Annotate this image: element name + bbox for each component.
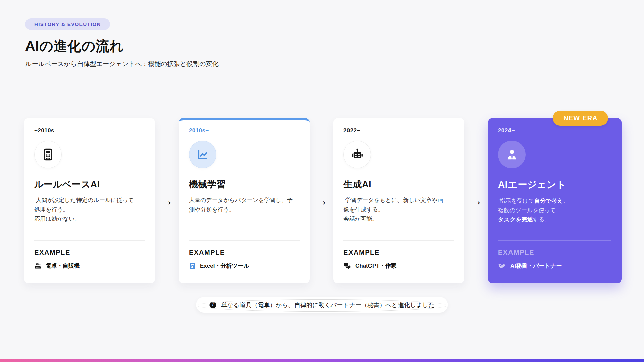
example-row: AI秘書・パートナー — [498, 262, 611, 270]
handshake-icon — [498, 262, 506, 270]
bottom-gradient-bar — [0, 359, 644, 362]
example-text: AI秘書・パートナー — [510, 262, 562, 270]
card-title: 機械学習 — [189, 178, 300, 190]
user-tie-icon — [505, 148, 519, 161]
excel-file-icon — [189, 263, 196, 269]
new-era-badge: NEW ERA — [553, 111, 608, 126]
card-title: AIエージェント — [498, 178, 611, 191]
robot-icon — [350, 147, 364, 162]
footnote-pill: i 単なる道具（電卓）から、自律的に動くパートナー（秘書）へと進化しました — [196, 297, 448, 313]
slide-canvas: HISTORY & EVOLUTION AIの進化の流れ ルールベースから自律型… — [0, 0, 644, 362]
example-text: ChatGPT・作家 — [355, 262, 397, 270]
evolution-timeline: ~2010s ルールベースAI 人間が設定した特定のルールに従って 処理を行う。… — [24, 118, 622, 283]
chart-line-icon — [196, 148, 209, 161]
footnote-text: 単なる道具（電卓）から、自律的に動くパートナー（秘書）へと進化しました — [221, 301, 434, 309]
example-text: 電卓・自販機 — [46, 262, 80, 270]
page-title: AIの進化の流れ — [25, 37, 219, 55]
era-label: ~2010s — [34, 127, 145, 134]
arrow-icon: → — [161, 194, 173, 207]
card-title: ルールベースAI — [34, 178, 145, 190]
chat-bubbles-icon — [343, 262, 351, 270]
example-text: Excel・分析ツール — [200, 262, 249, 270]
card-icon-circle — [343, 141, 371, 168]
divider — [34, 240, 145, 241]
example-row: ChatGPT・作家 — [343, 262, 454, 270]
arrow-icon: → — [470, 194, 483, 207]
card-description: 学習データをもとに、新しい文章や画 像を生成する。 会話が可能。 — [343, 196, 454, 224]
card-generative-ai: 2022~ 生成AI 学習データをもとに、新しい文章や画 像 — [333, 118, 464, 283]
card-icon-circle — [498, 141, 526, 168]
example-heading: EXAMPLE — [498, 249, 611, 256]
card-icon-circle — [189, 141, 216, 168]
card-description: 人間が設定した特定のルールに従って 処理を行う。 応用は効かない。 — [34, 196, 145, 224]
era-label: 2022~ — [343, 127, 454, 134]
example-heading: EXAMPLE — [189, 249, 300, 256]
card-rule-based-ai: ~2010s ルールベースAI 人間が設定した特定のルールに従って 処理を行う。… — [24, 118, 155, 283]
era-label: 2024~ — [498, 127, 611, 134]
card-ai-agent: NEW ERA 2024~ AIエージェント 指示を受けて自分で考え、 複数のツ… — [488, 118, 622, 283]
divider — [343, 240, 454, 241]
card-machine-learning: 2010s~ 機械学習 大量のデータからパターンを学習し、予 測や分類を行う。 … — [179, 118, 310, 283]
example-heading: EXAMPLE — [343, 249, 454, 256]
card-description: 大量のデータからパターンを学習し、予 測や分類を行う。 — [189, 196, 300, 214]
example-heading: EXAMPLE — [34, 249, 145, 256]
era-label: 2010s~ — [189, 127, 300, 134]
card-icon-circle — [34, 141, 62, 168]
card-title: 生成AI — [343, 178, 454, 190]
slide-header: HISTORY & EVOLUTION AIの進化の流れ ルールベースから自律型… — [25, 18, 219, 68]
arrow-icon: → — [315, 194, 328, 207]
example-row: 電卓・自販機 — [34, 262, 145, 270]
section-badge: HISTORY & EVOLUTION — [25, 18, 110, 30]
page-subtitle: ルールベースから自律型エージェントへ：機能の拡張と役割の変化 — [25, 60, 219, 68]
cash-register-icon — [34, 262, 41, 269]
card-description: 指示を受けて自分で考え、 複数のツールを使って タスクを完遂する。 — [498, 196, 611, 224]
info-icon: i — [209, 302, 216, 308]
divider — [498, 240, 611, 241]
divider — [189, 240, 300, 241]
example-row: Excel・分析ツール — [189, 262, 300, 270]
calculator-icon — [41, 148, 55, 161]
